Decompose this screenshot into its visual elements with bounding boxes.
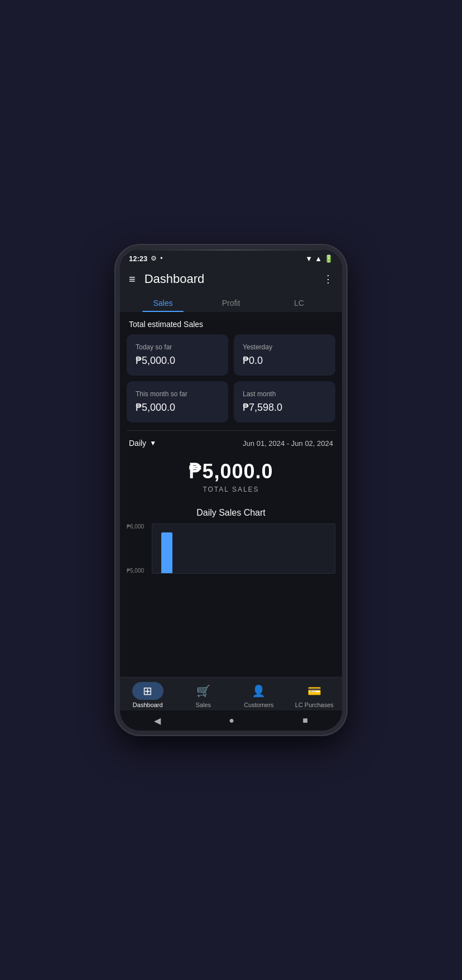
wifi-icon: ▼ <box>305 254 312 263</box>
chart-section: Daily Sales Chart ₱6,000 ₱5,000 <box>120 502 342 574</box>
lc-purchases-icon: 💳 <box>307 684 321 698</box>
status-bar: 12:23 ⚙ • ▼ ▲ 🔋 <box>120 249 342 267</box>
nav-item-sales[interactable]: 🛒 Sales <box>176 682 232 708</box>
stat-label-last-month: Last month <box>243 390 276 398</box>
stat-value-yesterday: ₱0.0 <box>243 354 263 367</box>
nav-label-sales: Sales <box>195 702 211 708</box>
date-range-label: Jun 01, 2024 - Jun 02, 2024 <box>243 439 333 448</box>
nav-icon-lc-wrap: 💳 <box>299 682 330 700</box>
chart-bar-1 <box>161 532 172 573</box>
chart-y-label-5000: ₱5,000 <box>127 568 144 574</box>
stat-value-this-month: ₱5,000.0 <box>136 401 175 414</box>
chart-container: ₱6,000 ₱5,000 <box>127 523 335 574</box>
status-time: 12:23 <box>129 254 147 263</box>
stat-label-this-month: This month so far <box>136 390 187 398</box>
stat-card-yesterday: Yesterday ₱0.0 <box>234 334 335 376</box>
back-button[interactable]: ◀ <box>154 715 161 726</box>
stat-label-today: Today so far <box>136 343 172 351</box>
section-title: Total estimated Sales <box>120 312 342 334</box>
phone-screen: 12:23 ⚙ • ▼ ▲ 🔋 ≡ Dashboard ⋮ Sales <box>120 249 342 731</box>
main-content: Total estimated Sales Today so far ₱5,00… <box>120 312 342 677</box>
bottom-nav: ⊞ Dashboard 🛒 Sales 👤 Customers 💳 <box>120 677 342 710</box>
customers-person-icon: 👤 <box>252 684 266 698</box>
stat-card-last-month: Last month ₱7,598.0 <box>234 381 335 422</box>
stat-label-yesterday: Yesterday <box>243 343 272 351</box>
home-button[interactable]: ● <box>229 715 234 726</box>
nav-item-lc-purchases[interactable]: 💳 LC Purchases <box>287 682 343 708</box>
total-sales-amount: ₱5,000.0 <box>189 460 273 483</box>
nav-icon-dashboard-wrap: ⊞ <box>132 682 163 700</box>
dot-indicator: • <box>160 254 162 262</box>
chart-y-labels: ₱6,000 ₱5,000 <box>127 523 144 574</box>
nav-icon-sales-wrap: 🛒 <box>187 682 219 700</box>
app-bar: ≡ Dashboard ⋮ Sales Profit LC <box>120 267 342 312</box>
filter-row: Daily ▼ Jun 01, 2024 - Jun 02, 2024 <box>120 439 342 448</box>
stats-cards-grid: Today so far ₱5,000.0 Yesterday ₱0.0 Thi… <box>120 334 342 422</box>
settings-status-icon: ⚙ <box>151 254 157 262</box>
stat-card-this-month: This month so far ₱5,000.0 <box>127 381 228 422</box>
tabs-row: Sales Profit LC <box>129 293 333 312</box>
divider-1 <box>127 430 335 431</box>
more-options-icon[interactable]: ⋮ <box>323 273 333 285</box>
total-sales-label: TOTAL SALES <box>203 486 259 493</box>
period-dropdown[interactable]: Daily ▼ <box>129 439 156 448</box>
chart-area <box>152 523 335 574</box>
stat-value-last-month: ₱7,598.0 <box>243 401 282 414</box>
app-bar-row: ≡ Dashboard ⋮ <box>129 272 333 286</box>
tab-lc[interactable]: LC <box>265 293 333 312</box>
nav-label-lc-purchases: LC Purchases <box>295 702 334 708</box>
phone-frame: 12:23 ⚙ • ▼ ▲ 🔋 ≡ Dashboard ⋮ Sales <box>116 245 346 735</box>
nav-label-customers: Customers <box>244 702 273 708</box>
dashboard-icon: ⊞ <box>143 684 152 698</box>
nav-icon-customers-wrap: 👤 <box>243 682 275 700</box>
nav-item-customers[interactable]: 👤 Customers <box>231 682 287 708</box>
nav-item-dashboard[interactable]: ⊞ Dashboard <box>120 682 176 708</box>
sales-cart-icon: 🛒 <box>196 684 210 698</box>
hamburger-icon[interactable]: ≡ <box>129 273 136 286</box>
chart-title: Daily Sales Chart <box>127 508 335 518</box>
app-title: Dashboard <box>145 272 323 286</box>
status-right: ▼ ▲ 🔋 <box>305 254 333 263</box>
dropdown-arrow-icon: ▼ <box>150 439 156 447</box>
nav-label-dashboard: Dashboard <box>133 702 163 708</box>
chart-y-label-6000: ₱6,000 <box>127 523 144 530</box>
recent-apps-button[interactable]: ■ <box>302 715 308 726</box>
system-nav: ◀ ● ■ <box>120 710 342 731</box>
tab-profit[interactable]: Profit <box>197 293 265 312</box>
total-sales-section: ₱5,000.0 TOTAL SALES <box>120 454 342 502</box>
volume-button <box>345 316 346 344</box>
stat-value-today: ₱5,000.0 <box>136 354 175 367</box>
period-label: Daily <box>129 439 146 448</box>
battery-icon: 🔋 <box>324 254 333 263</box>
tab-sales[interactable]: Sales <box>129 293 197 312</box>
signal-icon: ▲ <box>315 254 322 263</box>
stat-card-today: Today so far ₱5,000.0 <box>127 334 228 376</box>
status-left: 12:23 ⚙ • <box>129 254 162 263</box>
